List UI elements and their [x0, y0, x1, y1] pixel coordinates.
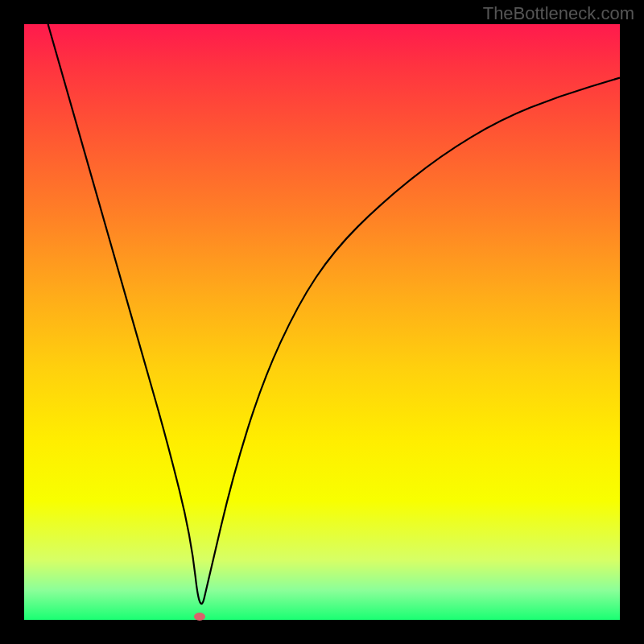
chart-frame: TheBottleneck.com	[0, 0, 644, 644]
watermark-text: TheBottleneck.com	[483, 3, 634, 24]
minimum-marker	[194, 613, 205, 621]
plot-area	[24, 24, 620, 620]
bottleneck-curve	[24, 24, 620, 620]
